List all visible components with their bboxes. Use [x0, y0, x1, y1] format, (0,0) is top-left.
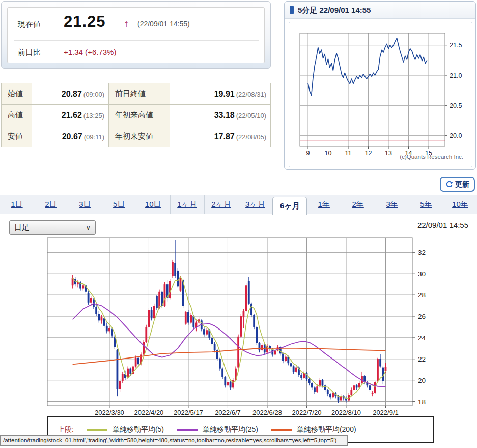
- stat-label-open: 始値: [2, 83, 32, 105]
- period-tab-label: 1ヶ月: [177, 200, 197, 210]
- period-tab-10日[interactable]: 10日: [136, 195, 171, 214]
- svg-text:20: 20: [418, 377, 426, 384]
- period-tab-label: 10日: [145, 200, 161, 210]
- period-tab-label: 5日: [113, 200, 125, 210]
- period-tab-label: 10年: [452, 200, 468, 210]
- main-chart: 18202224262830322022/3/302022/4/202022/5…: [43, 236, 436, 417]
- chevron-down-icon: ∨: [86, 224, 91, 231]
- blue-bar-icon: [290, 6, 294, 14]
- svg-text:2022/6/7: 2022/6/7: [215, 409, 241, 416]
- period-tab-label: 3年: [386, 200, 398, 210]
- period-tab-5日[interactable]: 5日: [102, 195, 136, 214]
- status-bar: /attention/trading/stock_01.html','tradi…: [0, 435, 348, 446]
- stat-label-high: 高値: [2, 105, 32, 126]
- stat-label-ytd-low: 年初来安値: [109, 126, 170, 147]
- svg-text:2022/8/10: 2022/8/10: [331, 409, 361, 416]
- quote-panel: 現在値 21.25 ↑ (22/09/01 14:55) 前日比 +1.34 (…: [1, 1, 271, 69]
- svg-text:2022/3/30: 2022/3/30: [95, 409, 124, 416]
- intraday-title: 5分足 22/09/01 14:55: [298, 6, 371, 15]
- svg-text:30: 30: [418, 270, 426, 278]
- svg-text:2022/6/28: 2022/6/28: [252, 409, 282, 416]
- period-tab-3日[interactable]: 3日: [68, 195, 102, 214]
- intraday-chart-box: 21.521.020.520.09101112131415(c)Quants R…: [289, 22, 472, 167]
- period-tab-label: 2日: [45, 200, 57, 210]
- svg-text:11: 11: [345, 150, 352, 157]
- change-label: 前日比: [18, 48, 41, 57]
- svg-text:(c)Quants Research Inc.: (c)Quants Research Inc.: [400, 154, 463, 160]
- refresh-icon: [445, 181, 453, 188]
- refresh-button[interactable]: 更新: [440, 177, 475, 192]
- table-row: 高値 21.62(13:25) 年初来高値 33.18(22/05/10): [2, 105, 271, 126]
- svg-text:26: 26: [418, 313, 426, 320]
- stats-table: 始値 20.87(09:00) 前日終値 19.91(22/08/31) 高値 …: [1, 83, 271, 147]
- ma200-line-swatch: [271, 429, 292, 431]
- stat-value-ytd-low: 17.87(22/08/05): [170, 126, 271, 147]
- table-row: 始値 20.87(09:00) 前日終値 19.91(22/08/31): [2, 83, 271, 105]
- interval-select-value: 日足: [14, 223, 86, 232]
- period-tab-2年[interactable]: 2年: [341, 195, 375, 214]
- period-tabs: 1日2日3日5日10日1ヶ月2ヶ月3ヶ月6ヶ月1年2年3年5年10年: [0, 195, 477, 214]
- svg-text:18: 18: [418, 398, 426, 406]
- stat-label-prev-close: 前日終値: [109, 83, 170, 105]
- svg-text:21.5: 21.5: [450, 42, 462, 49]
- period-tab-2ヶ月[interactable]: 2ヶ月: [205, 195, 239, 214]
- current-price-timestamp: (22/09/01 14:55): [137, 20, 190, 28]
- period-tab-5年[interactable]: 5年: [409, 195, 443, 214]
- svg-text:12: 12: [365, 150, 372, 157]
- stat-value-ytd-high: 33.18(22/05/10): [170, 105, 271, 126]
- current-price-label: 現在値: [18, 20, 41, 29]
- period-tab-2日[interactable]: 2日: [34, 195, 68, 214]
- intraday-panel: 5分足 22/09/01 14:55 21.521.020.520.091011…: [284, 1, 476, 170]
- intraday-header: 5分足 22/09/01 14:55: [285, 2, 475, 19]
- stock-detail-page: 現在値 21.25 ↑ (22/09/01 14:55) 前日比 +1.34 (…: [0, 0, 477, 448]
- period-tab-1日[interactable]: 1日: [0, 195, 34, 214]
- stat-value-prev-close: 19.91(22/08/31): [170, 83, 271, 105]
- period-tab-label: 2年: [352, 200, 364, 210]
- ma25-line-swatch: [177, 429, 198, 431]
- change-value: +1.34 (+6.73%): [64, 48, 116, 56]
- change-row: 前日比 +1.34 (+6.73%): [8, 41, 264, 64]
- period-tab-10年[interactable]: 10年: [443, 195, 477, 214]
- legend-prefix: 上段:: [58, 425, 74, 434]
- svg-text:9: 9: [306, 150, 310, 157]
- svg-text:2022/5/17: 2022/5/17: [174, 409, 203, 416]
- interval-select[interactable]: 日足 ∨: [9, 220, 96, 235]
- svg-text:2022/4/20: 2022/4/20: [134, 409, 164, 416]
- refresh-label: 更新: [455, 180, 469, 189]
- period-tab-label: 2ヶ月: [211, 200, 231, 210]
- candlestick-chart: 18202224262830322022/3/302022/4/202022/5…: [43, 236, 436, 417]
- period-tab-label: 3日: [79, 200, 91, 210]
- current-price-row: 現在値 21.25 ↑ (22/09/01 14:55): [8, 8, 264, 40]
- legend-label: 単純移動平均(25): [203, 425, 258, 434]
- stat-label-low: 安値: [2, 126, 32, 147]
- chart-timestamp: 22/09/01 14:55: [377, 221, 468, 229]
- stat-label-ytd-high: 年初来高値: [109, 105, 170, 126]
- current-price-value: 21.25: [64, 13, 106, 31]
- price-up-arrow-icon: ↑: [124, 18, 129, 29]
- period-tab-label: 1年: [318, 200, 330, 210]
- svg-text:20.0: 20.0: [450, 132, 462, 139]
- period-tab-3ヶ月[interactable]: 3ヶ月: [238, 195, 272, 214]
- stat-value-open: 20.87(09:00): [32, 83, 109, 105]
- period-tab-label: 3ヶ月: [245, 200, 265, 210]
- period-tab-1年[interactable]: 1年: [307, 195, 341, 214]
- legend-item-ma25: 単純移動平均(25): [177, 425, 258, 434]
- stat-value-low: 20.67(09:11): [32, 126, 109, 147]
- svg-text:13: 13: [385, 150, 392, 157]
- svg-text:21.0: 21.0: [450, 72, 462, 79]
- ma5-line-swatch: [87, 429, 107, 431]
- svg-text:28: 28: [418, 291, 426, 299]
- legend-label: 単純移動平均(200): [297, 425, 356, 434]
- period-tab-label: 6ヶ月: [280, 201, 300, 211]
- period-tab-3年[interactable]: 3年: [375, 195, 409, 214]
- svg-text:20.5: 20.5: [450, 102, 462, 109]
- quote-panel-inner: 現在値 21.25 ↑ (22/09/01 14:55) 前日比 +1.34 (…: [7, 7, 265, 63]
- table-row: 安値 20.67(09:11) 年初来安値 17.87(22/08/05): [2, 126, 271, 147]
- period-tab-6ヶ月[interactable]: 6ヶ月: [272, 197, 307, 215]
- svg-text:24: 24: [418, 334, 426, 342]
- stat-value-high: 21.62(13:25): [32, 105, 109, 126]
- svg-text:2022/9/1: 2022/9/1: [373, 409, 399, 416]
- legend-item-ma5: 単純移動平均(5): [87, 425, 164, 434]
- period-tab-1ヶ月[interactable]: 1ヶ月: [171, 195, 205, 214]
- period-tab-label: 1日: [11, 200, 22, 210]
